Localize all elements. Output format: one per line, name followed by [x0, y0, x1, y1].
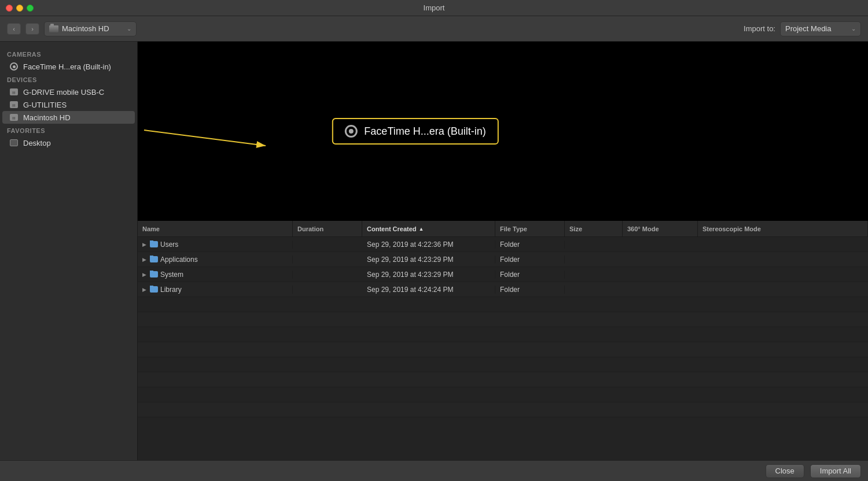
file-cell-created: Sep 29, 2019 at 4:22:36 PM — [362, 240, 495, 249]
table-row-empty — [138, 297, 868, 312]
minimize-window-button[interactable] — [16, 5, 23, 12]
sidebar-device-label-1: G-UTILITIES — [23, 101, 67, 109]
sidebar-item-gutilities[interactable]: ▤ G-UTILITIES — [2, 98, 135, 111]
file-list-header: Name Duration Content Created ▲ File Typ… — [138, 221, 868, 237]
folder-icon — [150, 271, 158, 278]
camera-badge-text: FaceTime H...era (Built-in) — [364, 125, 486, 138]
sidebar-favorite-label-0: Desktop — [23, 139, 51, 147]
camera-icon — [9, 62, 19, 71]
file-cell-created: Sep 29, 2019 at 4:23:29 PM — [362, 271, 495, 279]
chevron-down-icon-2: ⌄ — [851, 25, 856, 32]
col-header-name[interactable]: Name — [138, 221, 293, 236]
table-row[interactable]: ▶ Library Sep 29, 2019 at 4:24:24 PM Fol… — [138, 282, 868, 297]
toolbar: ‹ › Macintosh HD ⌄ Import to: Project Me… — [0, 16, 868, 42]
import-destination-label: Project Media — [785, 24, 831, 33]
location-label: Macintosh HD — [62, 24, 109, 33]
table-row-empty — [138, 357, 868, 372]
col-header-360[interactable]: 360° Mode — [623, 221, 698, 236]
svg-line-1 — [144, 130, 266, 146]
col-header-filetype[interactable]: File Type — [495, 221, 565, 236]
col-header-size[interactable]: Size — [565, 221, 623, 236]
annotation-arrow — [138, 42, 868, 221]
row-expand-icon: ▶ — [142, 287, 146, 293]
col-header-duration[interactable]: Duration — [293, 221, 362, 236]
table-row-empty — [138, 387, 868, 402]
file-cell-name: ▶ System — [138, 271, 293, 279]
row-expand-icon: ▶ — [142, 272, 146, 278]
sidebar-device-label-2: Macintosh HD — [23, 113, 71, 122]
close-button[interactable]: Close — [766, 464, 804, 478]
file-cell-name: ▶ Library — [138, 286, 293, 294]
file-cell-filetype: Folder — [495, 271, 565, 279]
camera-badge-icon — [344, 125, 357, 138]
import-destination-selector[interactable]: Project Media ⌄ — [780, 21, 861, 36]
hdd-icon-2: ▤ — [9, 100, 19, 109]
file-list: Name Duration Content Created ▲ File Typ… — [138, 221, 868, 460]
location-selector[interactable]: Macintosh HD ⌄ — [44, 21, 137, 36]
table-row-empty — [138, 342, 868, 357]
forward-button[interactable]: › — [25, 23, 39, 35]
cameras-section-label: CAMERAS — [0, 47, 137, 60]
main-area: CAMERAS FaceTime H...era (Built-in) DEVI… — [0, 42, 868, 460]
back-button[interactable]: ‹ — [7, 23, 21, 35]
camera-badge: FaceTime H...era (Built-in) — [332, 118, 498, 145]
table-row-empty — [138, 312, 868, 327]
sidebar-camera-label: FaceTime H...era (Built-in) — [23, 62, 111, 71]
sidebar: CAMERAS FaceTime H...era (Built-in) DEVI… — [0, 42, 138, 460]
file-cell-filetype: Folder — [495, 240, 565, 249]
file-cell-created: Sep 29, 2019 at 4:23:29 PM — [362, 256, 495, 264]
table-row[interactable]: ▶ Users Sep 29, 2019 at 4:22:36 PM Folde… — [138, 237, 868, 252]
folder-icon — [150, 286, 158, 293]
fullscreen-window-button[interactable] — [27, 5, 34, 12]
chevron-down-icon: ⌄ — [127, 25, 131, 32]
sidebar-item-facetime-camera[interactable]: FaceTime H...era (Built-in) — [2, 60, 135, 73]
file-cell-name: ▶ Users — [138, 240, 293, 249]
table-row-empty — [138, 372, 868, 387]
row-expand-icon: ▶ — [142, 257, 146, 262]
devices-section-label: DEVICES — [0, 73, 137, 86]
video-preview: FaceTime H...era (Built-in) — [138, 42, 868, 221]
file-cell-filetype: Folder — [495, 256, 565, 264]
sidebar-item-desktop[interactable]: Desktop — [2, 136, 135, 149]
hdd-icon-3: ▤ — [9, 113, 19, 122]
col-header-stereo[interactable]: Stereoscopic Mode — [698, 221, 868, 236]
desktop-icon — [9, 138, 19, 147]
sidebar-item-gdrive-mobile[interactable]: ▤ G-DRIVE mobile USB-C — [2, 86, 135, 98]
title-bar: Import — [0, 0, 868, 16]
file-cell-filetype: Folder — [495, 286, 565, 294]
drive-icon — [49, 25, 58, 32]
favorites-section-label: FAVORITES — [0, 124, 137, 136]
sidebar-item-macintosh-hd[interactable]: ▤ Macintosh HD — [2, 111, 135, 124]
close-window-button[interactable] — [6, 5, 13, 12]
folder-icon — [150, 241, 158, 247]
table-row[interactable]: ▶ Applications Sep 29, 2019 at 4:23:29 P… — [138, 252, 868, 267]
window-title: Import — [424, 3, 445, 12]
table-row-empty — [138, 402, 868, 417]
import-to-label: Import to: — [744, 24, 775, 33]
bottom-bar: Close Import All — [0, 460, 868, 481]
file-cell-name: ▶ Applications — [138, 256, 293, 264]
sidebar-device-label-0: G-DRIVE mobile USB-C — [23, 88, 104, 97]
import-all-button[interactable]: Import All — [810, 464, 861, 478]
file-rows: ▶ Users Sep 29, 2019 at 4:22:36 PM Folde… — [138, 237, 868, 417]
hdd-icon: ▤ — [9, 87, 19, 97]
col-header-created[interactable]: Content Created ▲ — [362, 221, 495, 236]
window-controls — [6, 5, 34, 12]
folder-icon — [150, 256, 158, 262]
file-cell-created: Sep 29, 2019 at 4:24:24 PM — [362, 286, 495, 294]
table-row[interactable]: ▶ System Sep 29, 2019 at 4:23:29 PM Fold… — [138, 267, 868, 282]
row-expand-icon: ▶ — [142, 242, 146, 247]
sort-indicator-icon: ▲ — [419, 226, 424, 232]
table-row-empty — [138, 327, 868, 342]
content-area: FaceTime H...era (Built-in) Name Duratio… — [138, 42, 868, 460]
